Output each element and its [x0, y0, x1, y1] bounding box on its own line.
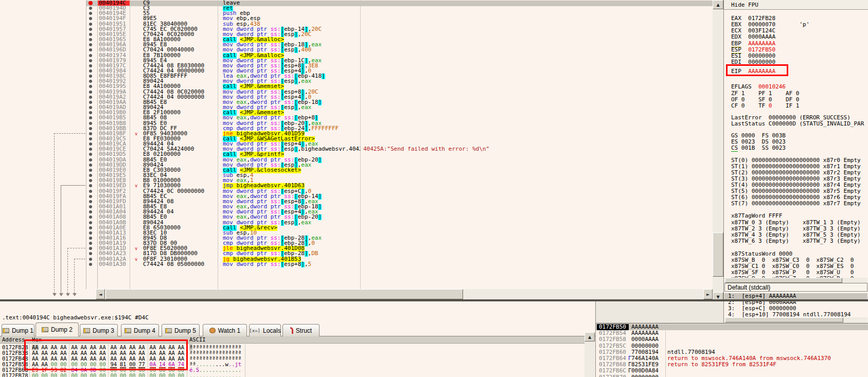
disasm-vscroll-up-button[interactable]: ▲: [713, 0, 723, 9]
stack-row[interactable]: 0172FB6CΓ000D0A84: [596, 368, 868, 374]
register-line: CS 001B SS 0023: [731, 145, 786, 151]
disasm-vscroll-thumb[interactable]: [713, 232, 723, 277]
instruction-dot: [89, 210, 92, 213]
dump-byte: 00: [32, 373, 39, 377]
dump-row[interactable]: 0172FB7800000000000000000000000000000000…: [0, 373, 585, 377]
instruction-dot: [89, 190, 92, 193]
register-line: ST(7) 00000000000000000000 x87r7 Empty: [731, 201, 861, 207]
calling-convention-selector[interactable]: Default (stdcall): [724, 283, 867, 292]
disasm-instruction: mov dword ptr ss:[ebp-18],eax: [223, 42, 322, 47]
stack-row[interactable]: 0172FB54AAAAAAAA: [596, 330, 868, 336]
stack-row[interactable]: 0172FB64Γ746A140Areturn to mswsock.746A1…: [596, 355, 868, 362]
disasm-instruction: ret: [223, 6, 233, 11]
dump-byte: 00: [51, 373, 58, 377]
disasm-instruction: mov dword ptr ss:[esp],eax: [223, 220, 311, 225]
dump-address: 0172FB78: [2, 373, 28, 377]
register-token: LastStatus C000000D (STATUS_INVALID_PAR: [731, 120, 864, 127]
stack-pane[interactable]: 0172FB50AAAAAAAA0172FB54AAAAAAAA0172FB58…: [596, 323, 868, 377]
disasm-code-clip: mov dword ptr ss:[esp+8],5: [218, 262, 360, 267]
dump-byte: 00: [168, 373, 175, 377]
dump-byte: 00: [178, 373, 185, 377]
tab-dump-3[interactable]: Dump 3: [80, 324, 118, 336]
tab-dump-1[interactable]: Dump 1: [2, 324, 34, 336]
dump-byte: 00: [99, 373, 106, 377]
instruction-dot: [89, 85, 92, 88]
disasm-hscroll-thumb[interactable]: [105, 289, 463, 299]
instruction-dot: [89, 48, 92, 51]
disasm-instruction: mov ebp,esp: [223, 16, 260, 21]
tab-dump-5[interactable]: Dump 5: [162, 324, 200, 336]
stack-row[interactable]: 0172FB50AAAAAAAA: [596, 324, 868, 330]
jump-arrow-head-icon: [66, 293, 70, 296]
instruction-dot: [89, 200, 92, 203]
stack-value: 00000000: [631, 343, 659, 349]
tab-dump-4[interactable]: Dump 4: [121, 324, 159, 336]
stack-row[interactable]: 0172FB7000000000: [596, 374, 868, 377]
token: ,: [305, 262, 308, 267]
disasm-hscroll-left-button[interactable]: ◄: [96, 289, 105, 299]
tab-struct[interactable]: Struct: [282, 324, 320, 336]
instruction-dot: [89, 169, 92, 172]
register-token: ST(7) 00000000000000000000 x87r7 Empty: [731, 200, 861, 207]
dump-header-ascii: ASCII: [189, 336, 206, 343]
jump-direction-icon: v: [135, 246, 137, 251]
instruction-dot: [89, 158, 92, 161]
disasm-instruction: mov eax,dword ptr ss:[ebp+8]: [223, 115, 318, 120]
disasm-hscroll-right-button[interactable]: ►: [703, 289, 713, 299]
disasm-instruction: mov dword ptr ss:[esp+4],0: [223, 68, 311, 74]
stack-row[interactable]: 0172FB580000AAAA: [596, 336, 868, 343]
instruction-dot: [89, 91, 92, 94]
disasm-instruction: jne bigheadwebsvr.401D59: [223, 131, 305, 136]
dump-byte: 00: [60, 373, 67, 377]
instruction-dot: [89, 7, 92, 10]
args-hscroll-thumb[interactable]: [725, 317, 843, 322]
disasm-instruction: mov dword ptr ss:[ebp-1C],eax: [223, 58, 322, 63]
instruction-dot: [89, 23, 92, 26]
stack-row[interactable]: 0172FB68Γ82531FE9return to 82531FE9 from…: [596, 362, 868, 368]
instruction-dot: [89, 17, 92, 20]
instruction-dot: [89, 148, 92, 151]
tab-locals[interactable]: [x=]Locals: [249, 324, 281, 336]
stack-comment: return to mswsock.746A140A from mswsock.…: [667, 355, 831, 362]
disasm-instruction: call <JMP.&printf>: [223, 152, 284, 157]
instruction-dot: [89, 122, 92, 125]
stack-value: 82531FE9: [631, 362, 659, 368]
eip-annotation-box: [726, 64, 788, 76]
stack-address: 0172FB60: [599, 349, 626, 355]
disasm-instruction: sub esp,10: [223, 230, 257, 236]
dump-vscroll-up-button[interactable]: ▲: [584, 332, 595, 342]
stack-row[interactable]: 0172FB5C00000000: [596, 343, 868, 349]
fpu-hscroll-thumb[interactable]: [725, 278, 842, 283]
stack-row[interactable]: 0172FB6077008194ntdll.77008194: [596, 349, 868, 355]
instruction-dot: [89, 242, 92, 245]
instruction-dot: [89, 252, 92, 255]
instruction-dot: [89, 28, 92, 31]
register-line: CF 0 TF 0 IF 1: [731, 103, 799, 109]
dump-byte: 00: [150, 373, 156, 377]
stack-address: 0172FB64: [599, 355, 626, 362]
disassembly-pane[interactable]: 0040194CC9leave0040194DC3ret0040194E55pu…: [0, 0, 713, 301]
dump-icon: [165, 328, 172, 333]
register-token: EDX 0000AAAA: [731, 33, 775, 40]
hide-fpu-button[interactable]: Hide FPU: [724, 0, 868, 10]
dump-byte: 00: [71, 373, 78, 377]
instruction-dot: [89, 226, 92, 229]
tab-label: Dump 1: [12, 327, 33, 334]
disasm-instruction: sub esp,438: [223, 22, 260, 27]
tab-dump-2[interactable]: Dump 2: [36, 322, 79, 336]
jump-arrow-head-icon: [59, 293, 63, 296]
disasm-row[interactable]: 00401A30C74424 08 05000000mov dword ptr …: [0, 262, 713, 267]
disasm-instruction: mov eax,dword ptr ss:[ebp-20]: [223, 214, 322, 220]
disasm-instruction: mov dword ptr ss:[esp],eax: [223, 163, 311, 168]
instruction-dot: [89, 237, 92, 240]
jump-arrow-line: [74, 259, 75, 293]
jump-arrow-horizontal: [74, 259, 85, 259]
tab-watch-1[interactable]: Watch 1: [203, 324, 247, 336]
dump-byte: 00: [120, 373, 127, 377]
instruction-dot: [89, 116, 92, 119]
stack-address: 0172FB70: [599, 374, 626, 377]
dump-byte: 00: [129, 373, 136, 377]
disasm-instruction: mov dword ptr ss:[esp],eax: [223, 79, 311, 84]
token: esp+8: [284, 262, 301, 267]
registers-pane[interactable]: Hide FPU EAX 0172FB28EBX 00000070 'p'ECX…: [724, 0, 868, 323]
